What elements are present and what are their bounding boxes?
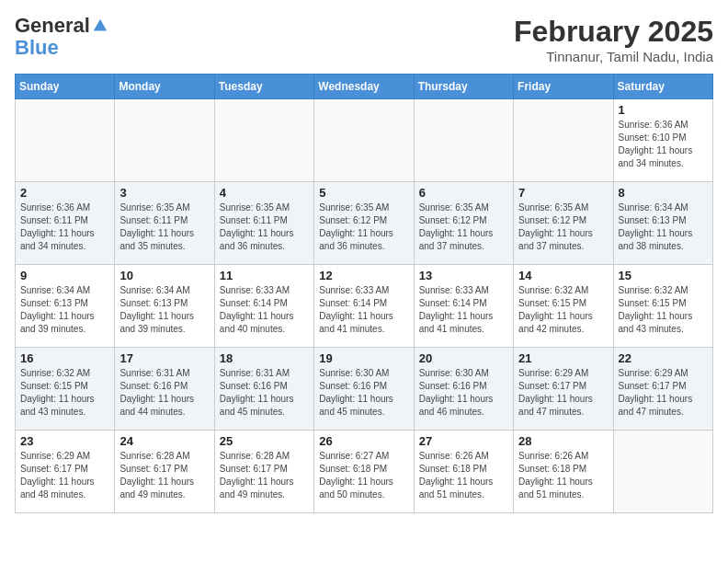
calendar-cell (115, 99, 214, 182)
day-number: 6 (419, 186, 508, 200)
logo-icon (92, 17, 108, 34)
day-number: 19 (319, 351, 408, 365)
day-number: 3 (119, 186, 209, 200)
day-info: Sunrise: 6:30 AMSunset: 6:16 PMDaylight:… (319, 367, 408, 419)
day-number: 1 (619, 103, 708, 117)
day-info: Sunrise: 6:26 AMSunset: 6:18 PMDaylight:… (518, 450, 608, 501)
calendar-cell (613, 431, 712, 513)
day-info: Sunrise: 6:33 AMSunset: 6:14 PMDaylight:… (319, 284, 408, 336)
calendar-cell: 5Sunrise: 6:35 AMSunset: 6:12 PMDaylight… (314, 182, 414, 265)
day-info: Sunrise: 6:35 AMSunset: 6:12 PMDaylight:… (319, 201, 408, 253)
calendar-cell: 6Sunrise: 6:35 AMSunset: 6:12 PMDaylight… (414, 182, 513, 265)
calendar-cell (514, 99, 613, 182)
calendar-week-row: 1Sunrise: 6:36 AMSunset: 6:10 PMDaylight… (16, 99, 713, 182)
calendar-cell: 4Sunrise: 6:35 AMSunset: 6:11 PMDaylight… (214, 182, 313, 265)
day-number: 2 (20, 186, 109, 200)
calendar-cell: 3Sunrise: 6:35 AMSunset: 6:11 PMDaylight… (115, 182, 214, 265)
calendar-cell: 23Sunrise: 6:29 AMSunset: 6:17 PMDayligh… (16, 431, 115, 513)
month-title: February 2025 (514, 15, 713, 49)
calendar-cell: 17Sunrise: 6:31 AMSunset: 6:16 PMDayligh… (115, 348, 214, 431)
day-info: Sunrise: 6:36 AMSunset: 6:11 PMDaylight:… (20, 201, 109, 253)
day-info: Sunrise: 6:34 AMSunset: 6:13 PMDaylight:… (619, 201, 708, 253)
day-info: Sunrise: 6:35 AMSunset: 6:12 PMDaylight:… (518, 201, 608, 253)
day-number: 24 (119, 434, 209, 448)
day-number: 20 (419, 351, 508, 365)
day-info: Sunrise: 6:30 AMSunset: 6:16 PMDaylight:… (419, 367, 508, 419)
day-info: Sunrise: 6:35 AMSunset: 6:11 PMDaylight:… (220, 201, 309, 253)
day-info: Sunrise: 6:31 AMSunset: 6:16 PMDaylight:… (220, 367, 309, 419)
calendar-cell: 28Sunrise: 6:26 AMSunset: 6:18 PMDayligh… (514, 431, 613, 513)
svg-marker-0 (94, 19, 107, 31)
day-info: Sunrise: 6:28 AMSunset: 6:17 PMDaylight:… (119, 450, 209, 501)
location-title: Tinnanur, Tamil Nadu, India (514, 49, 713, 64)
day-info: Sunrise: 6:29 AMSunset: 6:17 PMDaylight:… (518, 367, 608, 419)
day-info: Sunrise: 6:26 AMSunset: 6:18 PMDaylight:… (419, 450, 508, 501)
calendar-cell: 15Sunrise: 6:32 AMSunset: 6:15 PMDayligh… (613, 265, 712, 348)
day-number: 15 (619, 269, 708, 282)
day-info: Sunrise: 6:29 AMSunset: 6:17 PMDaylight:… (619, 367, 708, 419)
day-info: Sunrise: 6:27 AMSunset: 6:18 PMDaylight:… (319, 450, 408, 501)
title-section: February 2025 Tinnanur, Tamil Nadu, Indi… (514, 15, 713, 64)
day-number: 7 (518, 186, 608, 200)
calendar-cell: 12Sunrise: 6:33 AMSunset: 6:14 PMDayligh… (314, 265, 414, 348)
day-number: 25 (220, 434, 309, 448)
day-number: 11 (220, 269, 309, 282)
calendar-cell: 7Sunrise: 6:35 AMSunset: 6:12 PMDaylight… (514, 182, 613, 265)
header-wednesday: Wednesday (314, 75, 414, 99)
day-info: Sunrise: 6:28 AMSunset: 6:17 PMDaylight:… (220, 450, 309, 501)
header-saturday: Saturday (613, 75, 712, 99)
calendar-cell: 8Sunrise: 6:34 AMSunset: 6:13 PMDaylight… (613, 182, 712, 265)
calendar-cell: 2Sunrise: 6:36 AMSunset: 6:11 PMDaylight… (16, 182, 115, 265)
day-info: Sunrise: 6:36 AMSunset: 6:10 PMDaylight:… (619, 119, 708, 170)
calendar-cell: 1Sunrise: 6:36 AMSunset: 6:10 PMDaylight… (613, 99, 712, 182)
calendar-cell: 18Sunrise: 6:31 AMSunset: 6:16 PMDayligh… (214, 348, 313, 431)
day-number: 14 (518, 269, 608, 282)
calendar-table: SundayMondayTuesdayWednesdayThursdayFrid… (15, 74, 713, 513)
calendar-cell: 9Sunrise: 6:34 AMSunset: 6:13 PMDaylight… (16, 265, 115, 348)
day-number: 18 (220, 351, 309, 365)
day-info: Sunrise: 6:31 AMSunset: 6:16 PMDaylight:… (119, 367, 209, 419)
day-info: Sunrise: 6:34 AMSunset: 6:13 PMDaylight:… (20, 284, 109, 336)
day-number: 16 (20, 351, 109, 365)
day-number: 22 (619, 351, 708, 365)
calendar-cell: 13Sunrise: 6:33 AMSunset: 6:14 PMDayligh… (414, 265, 513, 348)
page-header: General Blue February 2025 Tinnanur, Tam… (15, 15, 713, 64)
day-info: Sunrise: 6:32 AMSunset: 6:15 PMDaylight:… (518, 284, 608, 336)
day-info: Sunrise: 6:32 AMSunset: 6:15 PMDaylight:… (619, 284, 708, 336)
day-info: Sunrise: 6:32 AMSunset: 6:15 PMDaylight:… (20, 367, 109, 419)
day-number: 10 (119, 269, 209, 282)
calendar-cell: 16Sunrise: 6:32 AMSunset: 6:15 PMDayligh… (16, 348, 115, 431)
calendar-week-row: 16Sunrise: 6:32 AMSunset: 6:15 PMDayligh… (16, 348, 713, 431)
header-friday: Friday (514, 75, 613, 99)
logo-text-general: General (15, 15, 90, 37)
calendar-week-row: 9Sunrise: 6:34 AMSunset: 6:13 PMDaylight… (16, 265, 713, 348)
logo-text-blue: Blue (15, 37, 59, 59)
calendar-cell (314, 99, 414, 182)
day-number: 8 (619, 186, 708, 200)
day-number: 28 (518, 434, 608, 448)
day-number: 23 (20, 434, 109, 448)
header-thursday: Thursday (414, 75, 513, 99)
day-info: Sunrise: 6:35 AMSunset: 6:11 PMDaylight:… (119, 201, 209, 253)
calendar-cell: 11Sunrise: 6:33 AMSunset: 6:14 PMDayligh… (214, 265, 313, 348)
header-tuesday: Tuesday (214, 75, 313, 99)
day-number: 9 (20, 269, 109, 282)
day-number: 12 (319, 269, 408, 282)
header-sunday: Sunday (16, 75, 115, 99)
calendar-cell: 22Sunrise: 6:29 AMSunset: 6:17 PMDayligh… (613, 348, 712, 431)
calendar-header-row: SundayMondayTuesdayWednesdayThursdayFrid… (16, 75, 713, 99)
calendar-cell: 10Sunrise: 6:34 AMSunset: 6:13 PMDayligh… (115, 265, 214, 348)
day-number: 17 (119, 351, 209, 365)
calendar-week-row: 2Sunrise: 6:36 AMSunset: 6:11 PMDaylight… (16, 182, 713, 265)
calendar-cell: 25Sunrise: 6:28 AMSunset: 6:17 PMDayligh… (214, 431, 313, 513)
day-number: 5 (319, 186, 408, 200)
calendar-cell: 14Sunrise: 6:32 AMSunset: 6:15 PMDayligh… (514, 265, 613, 348)
calendar-cell: 26Sunrise: 6:27 AMSunset: 6:18 PMDayligh… (314, 431, 414, 513)
calendar-cell: 24Sunrise: 6:28 AMSunset: 6:17 PMDayligh… (115, 431, 214, 513)
day-info: Sunrise: 6:34 AMSunset: 6:13 PMDaylight:… (119, 284, 209, 336)
calendar-cell: 27Sunrise: 6:26 AMSunset: 6:18 PMDayligh… (414, 431, 513, 513)
day-number: 26 (319, 434, 408, 448)
day-number: 4 (220, 186, 309, 200)
calendar-cell: 21Sunrise: 6:29 AMSunset: 6:17 PMDayligh… (514, 348, 613, 431)
day-info: Sunrise: 6:35 AMSunset: 6:12 PMDaylight:… (419, 201, 508, 253)
